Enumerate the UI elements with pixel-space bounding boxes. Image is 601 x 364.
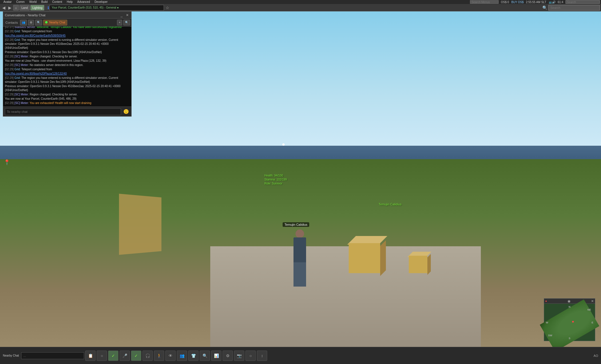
bottom-icon-circle[interactable]: ○ bbox=[97, 351, 107, 361]
chat-panel-titlebar: Conversations - Nearby Chat _ ✕ bbox=[3, 12, 131, 19]
bottom-icon-headphones[interactable]: 🎧 bbox=[142, 351, 153, 361]
chat-close-button[interactable]: ✕ bbox=[125, 13, 130, 17]
char-pants bbox=[293, 262, 306, 287]
bottom-chat-input[interactable] bbox=[21, 352, 84, 359]
chat-tab-icons[interactable]: 👥 bbox=[20, 20, 27, 25]
home-button[interactable]: ⌂ bbox=[13, 5, 19, 11]
bottom-icon-walk[interactable]: 🚶 bbox=[154, 351, 164, 361]
character-nametag: Temujin Calidius bbox=[283, 222, 309, 227]
small-box-side-face bbox=[427, 254, 431, 275]
minimap-player-dot bbox=[572, 321, 574, 323]
menu-developer[interactable]: Developer bbox=[92, 0, 110, 4]
clock-icon: 61:4 bbox=[558, 1, 563, 4]
chat-tab-settings[interactable]: ⚙ bbox=[28, 20, 34, 25]
small-box-front-face bbox=[409, 256, 427, 273]
chat-message: [02:28] [SC] Meter: Region changed. Chec… bbox=[5, 55, 130, 59]
top-right-info: OS$ 0 BUY OS$ 2:55:55 AM SLT 📺🔊 61:4 bbox=[470, 0, 600, 4]
platform bbox=[210, 246, 481, 347]
compass-north: N bbox=[569, 305, 571, 308]
minimap-close-btn[interactable]: ✕ bbox=[591, 299, 594, 303]
chat-tab-add[interactable]: + bbox=[117, 20, 122, 25]
bottom-icon-shirt[interactable]: 👕 bbox=[188, 351, 199, 361]
wooden-plank bbox=[119, 194, 161, 255]
back-button[interactable]: ◀ bbox=[1, 5, 7, 11]
chat-message: [02:28] Grid: Teleport completed from bbox=[5, 29, 130, 33]
time-display: 2:55:55 AM SLT bbox=[526, 1, 546, 4]
menu-advanced[interactable]: Advanced bbox=[75, 0, 92, 4]
character: Temujin Calidius bbox=[288, 229, 311, 287]
compass-east: E bbox=[592, 321, 593, 324]
chat-panel-title: Conversations - Nearby Chat bbox=[5, 13, 45, 17]
menu-help[interactable]: Help bbox=[64, 0, 75, 4]
compass-west: W bbox=[546, 321, 548, 324]
chat-messages[interactable]: [02:27] [SC] Meter Error: You are not re… bbox=[3, 27, 131, 107]
toolbar: ◀ ▶ ⌂ Land Lighting | ℹ ☆ 🔍 bbox=[0, 4, 601, 11]
buy-os[interactable]: BUY OS$ bbox=[511, 1, 523, 4]
bottom-ao-label: AO bbox=[594, 354, 598, 357]
box-side-face bbox=[380, 240, 386, 276]
land-button[interactable]: Land bbox=[19, 5, 30, 11]
bottom-toolbar: Nearby Chat 📋 ○ ✓ 🎤 ✓ 🎧 🚶 👁 👥 👕 🔍 📊 ⚙ 📷 … bbox=[0, 347, 601, 364]
bottom-icon-people[interactable]: 👥 bbox=[177, 351, 187, 361]
character-stats: Health: 94/100 Stamina: 102/199 Role: Su… bbox=[264, 174, 287, 186]
location-icon: ℹ bbox=[47, 5, 49, 10]
search-menus-area bbox=[470, 0, 499, 4]
chat-message: [02:29] [SC] Meter: Region changed. Chec… bbox=[5, 93, 130, 97]
bottom-icon-check2[interactable]: ✓ bbox=[131, 351, 141, 361]
stamina-stat: Stamina: 102/199 bbox=[264, 178, 287, 182]
bottom-icon-search[interactable]: 🔍 bbox=[200, 351, 210, 361]
compass-south: S bbox=[569, 337, 570, 340]
os-money: OS$ 0 bbox=[501, 1, 509, 4]
chat-message: [02:29] [SC] Meter: You are exhausted! H… bbox=[5, 101, 130, 105]
chat-message: [02:27] Statistics Server: Welcome, Temu… bbox=[5, 27, 130, 29]
chat-message: Previous simulator: OpenSim 0.9.3.1 Ness… bbox=[5, 50, 130, 54]
chat-panel: Conversations - Nearby Chat _ ✕ Contacts… bbox=[3, 11, 132, 117]
bottom-icon-eye[interactable]: 👁 bbox=[165, 351, 176, 361]
search-menus-input[interactable] bbox=[470, 0, 499, 4]
bottom-icon-arrows[interactable]: ↕ bbox=[257, 351, 267, 361]
nearby-chat-tab[interactable]: Nearby Chat bbox=[43, 20, 67, 25]
favorite-button[interactable]: ☆ bbox=[164, 5, 170, 11]
forward-button[interactable]: ▶ bbox=[7, 5, 13, 11]
search-input-toolbar[interactable] bbox=[548, 5, 600, 11]
chat-message: [02:28] [SC] Meter: No statistics server… bbox=[5, 63, 130, 67]
compass-southwest: SW bbox=[548, 334, 552, 337]
chat-input[interactable] bbox=[5, 108, 121, 115]
bottom-icon-clipboard[interactable]: 📋 bbox=[85, 351, 96, 361]
minimap-header: ● ◉ ✕ bbox=[544, 299, 595, 304]
chat-message: You are now at Lbsa Plaza - use shared e… bbox=[5, 59, 130, 63]
menu-content[interactable]: Content bbox=[50, 0, 64, 4]
box-large bbox=[349, 236, 383, 273]
lighting-button[interactable]: Lighting bbox=[30, 5, 44, 11]
box-front-face bbox=[349, 243, 380, 273]
char2-nametag: Temujin Calidius bbox=[379, 203, 402, 206]
compass-northeast: NE bbox=[587, 308, 591, 311]
menu-comm[interactable]: Comm bbox=[14, 0, 27, 4]
menu-world[interactable]: World bbox=[27, 0, 39, 4]
char-body bbox=[293, 237, 306, 263]
bottom-icon-chart[interactable]: 📊 bbox=[211, 351, 221, 361]
bottom-icon-camera[interactable]: 📷 bbox=[234, 351, 244, 361]
minimap-zoom-btn[interactable]: ◉ bbox=[568, 299, 570, 303]
nearby-chat-tab-label: Nearby Chat bbox=[49, 21, 65, 24]
bottom-icon-gear[interactable]: ⚙ bbox=[223, 351, 233, 361]
chat-message: You are now at Your Parcel, CounterEarth… bbox=[5, 97, 130, 101]
menu-avatar[interactable]: Avatar bbox=[1, 0, 14, 4]
search-bar-toolbar: 🔍 bbox=[542, 5, 600, 11]
chat-input-area: 🙂 bbox=[3, 107, 131, 116]
emoji-button[interactable]: 🙂 bbox=[123, 108, 130, 115]
bottom-icon-circle2[interactable]: ○ bbox=[245, 351, 256, 361]
minimap: ● ◉ ✕ N S E W NE SW bbox=[544, 298, 595, 341]
location-bar[interactable] bbox=[49, 5, 164, 11]
chat-tab-search-contacts[interactable]: 🔍 bbox=[35, 20, 42, 25]
bottom-icon-mic[interactable]: 🎤 bbox=[120, 351, 130, 361]
chat-minimize-button[interactable]: _ bbox=[119, 13, 124, 17]
search-input-top[interactable] bbox=[566, 0, 600, 4]
health-stat: Health: 94/100 bbox=[264, 174, 287, 178]
minimap-dot-icon: ● bbox=[545, 299, 547, 303]
bottom-icon-check[interactable]: ✓ bbox=[108, 351, 118, 361]
location-pin-icon[interactable]: 📍 bbox=[4, 159, 10, 165]
menu-build[interactable]: Build bbox=[39, 0, 50, 4]
chat-tab-search2[interactable]: 🔍 bbox=[123, 20, 130, 25]
chat-message: hop://hq.osgrid.org:80/CounterEarth/508/… bbox=[5, 34, 130, 38]
